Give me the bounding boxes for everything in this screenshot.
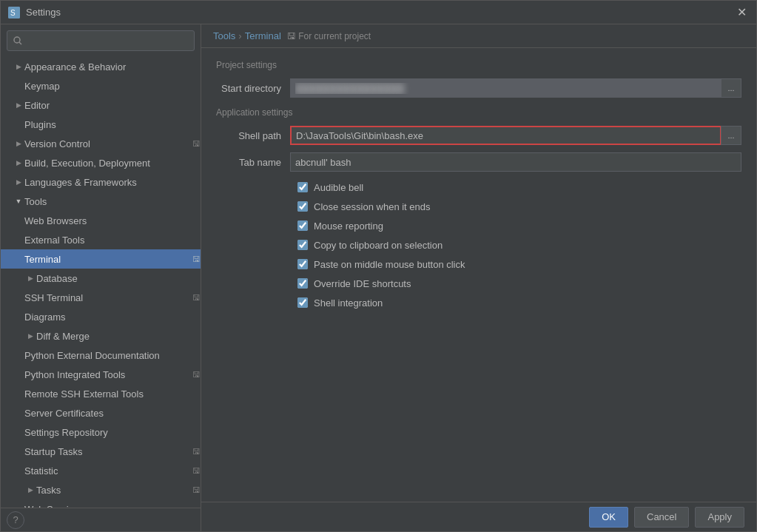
close-button[interactable]: ✕ — [734, 5, 749, 20]
save-icon: 🖫 — [192, 485, 201, 494]
sidebar-item-label: Diff & Merge — [36, 331, 201, 342]
paste-middle-row: Paste on middle mouse button click — [216, 255, 741, 273]
expand-arrow: ▶ — [13, 99, 24, 111]
sidebar-item-keymap[interactable]: Keymap — [1, 76, 201, 95]
sidebar-item-python-int-tools[interactable]: Python Integrated Tools 🖫 — [1, 365, 201, 384]
svg-line-3 — [19, 42, 21, 44]
expand-arrow: ▶ — [13, 157, 24, 169]
sidebar-item-label: Python Integrated Tools — [24, 369, 189, 380]
sidebar-item-label: Build, Execution, Deployment — [24, 158, 201, 169]
shell-integration-checkbox[interactable] — [297, 297, 308, 308]
sidebar-item-label: Editor — [24, 100, 201, 111]
settings-window: S Settings ✕ ▶ Appearance & Behavior — [0, 0, 757, 532]
sidebar-item-label: Settings Repository — [24, 427, 201, 438]
svg-text:S: S — [10, 9, 16, 17]
apply-button[interactable]: Apply — [695, 507, 744, 528]
sidebar-item-languages[interactable]: ▶ Languages & Frameworks — [1, 172, 201, 192]
override-ide-row: Override IDE shortcuts — [216, 275, 741, 292]
sidebar-item-web-services[interactable]: Web Services — [1, 499, 201, 508]
shell-path-browse[interactable]: ... — [721, 126, 741, 145]
sidebar-tree: ▶ Appearance & Behavior Keymap ▶ Editor … — [1, 57, 201, 508]
sidebar-item-diff-merge[interactable]: ▶ Diff & Merge — [1, 326, 201, 346]
expand-arrow: ▶ — [24, 330, 36, 342]
svg-point-2 — [14, 37, 20, 43]
sidebar-item-label: Remote SSH External Tools — [24, 388, 201, 400]
save-icon: 🖫 — [192, 466, 201, 475]
audible-bell-checkbox[interactable] — [297, 182, 308, 192]
mouse-reporting-row: Mouse reporting — [216, 217, 741, 235]
breadcrumb-separator: › — [238, 30, 241, 41]
audible-bell-label[interactable]: Audible bell — [314, 182, 363, 193]
tab-name-label: Tab name — [216, 157, 290, 168]
sidebar-item-label: Python External Documentation — [24, 350, 201, 361]
sidebar-item-plugins[interactable]: Plugins — [1, 115, 201, 134]
shell-path-input[interactable] — [290, 126, 721, 145]
sidebar-item-web-browsers[interactable]: Web Browsers — [1, 211, 201, 230]
override-ide-label[interactable]: Override IDE shortcuts — [314, 278, 411, 289]
mouse-reporting-checkbox[interactable] — [297, 220, 308, 231]
sidebar-item-editor[interactable]: ▶ Editor — [1, 95, 201, 115]
sidebar-item-label: Server Certificates — [24, 408, 201, 419]
copy-clipboard-row: Copy to clipboard on selection — [216, 236, 741, 254]
sidebar-item-label: Statistic — [24, 465, 189, 477]
copy-clipboard-checkbox[interactable] — [297, 240, 308, 250]
sync-icon: 🖫 — [192, 139, 201, 148]
application-settings-label: Application settings — [216, 107, 741, 118]
breadcrumb-root: Tools — [213, 30, 235, 41]
sidebar-item-label: Version Control — [24, 138, 189, 149]
sidebar-item-python-ext-doc[interactable]: Python External Documentation — [1, 346, 201, 365]
sidebar-item-external-tools[interactable]: External Tools — [1, 230, 201, 249]
sidebar-item-version-control[interactable]: ▶ Version Control 🖫 — [1, 134, 201, 153]
start-directory-label: Start directory — [216, 83, 290, 94]
sidebar-bottom: ? — [1, 508, 201, 531]
sidebar-item-server-certs[interactable]: Server Certificates — [1, 403, 201, 422]
project-settings-label: Project settings — [216, 60, 741, 70]
sidebar-item-label: SSH Terminal — [24, 292, 189, 303]
audible-bell-row: Audible bell — [216, 178, 741, 196]
sidebar-item-appearance[interactable]: ▶ Appearance & Behavior — [1, 57, 201, 76]
sidebar-item-label: Terminal — [24, 254, 189, 265]
sidebar-item-ssh-terminal[interactable]: SSH Terminal 🖫 — [1, 288, 201, 307]
sidebar-item-startup-tasks[interactable]: Startup Tasks 🖫 — [1, 442, 201, 461]
search-input[interactable] — [27, 36, 188, 47]
sidebar-item-label: Startup Tasks — [24, 446, 189, 457]
expand-arrow: ▶ — [13, 176, 24, 188]
start-directory-input[interactable] — [290, 78, 721, 98]
start-directory-row: Start directory ... — [216, 78, 741, 98]
main-panel: Tools › Terminal 🖫 For current project P… — [201, 24, 756, 531]
sidebar-item-label: Keymap — [24, 81, 201, 92]
close-session-label[interactable]: Close session when it ends — [314, 201, 431, 212]
copy-clipboard-label[interactable]: Copy to clipboard on selection — [314, 240, 443, 251]
sidebar-item-build[interactable]: ▶ Build, Execution, Deployment — [1, 153, 201, 172]
paste-middle-label[interactable]: Paste on middle mouse button click — [314, 259, 465, 270]
sidebar-item-database[interactable]: ▶ Database — [1, 269, 201, 288]
cancel-button[interactable]: Cancel — [634, 507, 689, 528]
sidebar-item-statistic[interactable]: Statistic 🖫 — [1, 461, 201, 480]
paste-middle-checkbox[interactable] — [297, 259, 308, 269]
expand-arrow: ▼ — [13, 195, 24, 207]
sidebar-item-diagrams[interactable]: Diagrams — [1, 307, 201, 326]
tab-name-row: Tab name — [216, 152, 741, 172]
sidebar-item-tasks[interactable]: ▶ Tasks 🖫 — [1, 480, 201, 499]
help-button[interactable]: ? — [7, 511, 24, 529]
close-session-checkbox[interactable] — [297, 201, 308, 212]
shell-integration-label[interactable]: Shell integration — [314, 297, 383, 309]
save-icon: 🖫 — [192, 447, 201, 456]
expand-arrow: ▶ — [24, 484, 36, 496]
sidebar-item-terminal[interactable]: Terminal 🖫 — [1, 249, 201, 269]
start-directory-browse[interactable]: ... — [721, 78, 741, 98]
sidebar-item-label: Diagrams — [24, 312, 201, 323]
tab-name-input[interactable] — [290, 152, 741, 172]
sidebar-item-label: Languages & Frameworks — [24, 177, 201, 188]
sidebar-item-tools[interactable]: ▼ Tools — [1, 192, 201, 211]
sidebar-item-settings-repo[interactable]: Settings Repository — [1, 422, 201, 442]
content-area: ▶ Appearance & Behavior Keymap ▶ Editor … — [1, 24, 756, 531]
mouse-reporting-label[interactable]: Mouse reporting — [314, 220, 383, 232]
sidebar-item-label: Tools — [24, 196, 201, 207]
ok-button[interactable]: OK — [589, 507, 628, 528]
window-title: Settings — [26, 7, 734, 18]
search-box[interactable] — [7, 30, 195, 51]
override-ide-checkbox[interactable] — [297, 278, 308, 289]
sidebar-item-remote-ssh[interactable]: Remote SSH External Tools — [1, 384, 201, 403]
shell-path-label: Shell path — [216, 130, 290, 141]
